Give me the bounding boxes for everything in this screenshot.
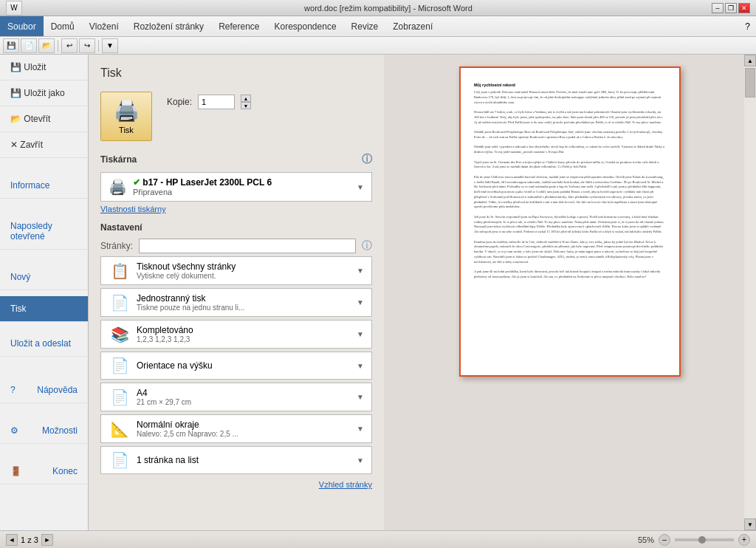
- preview-doc-title: Můj rychlostní rekord: [474, 83, 666, 87]
- help-icon[interactable]: ?: [739, 21, 756, 32]
- sidebar-item-info[interactable]: Informace: [0, 173, 88, 199]
- next-page-button[interactable]: ►: [41, 534, 53, 546]
- sidebar-item-help[interactable]: ? Nápověda: [0, 377, 88, 403]
- menu-vlozeni[interactable]: Vložení: [82, 16, 126, 36]
- preview-text-content: Celý jsem v pohodě. Dckonec mně našel Ho…: [474, 90, 666, 280]
- sidebar-item-save-as[interactable]: 💾 Uložit jako: [0, 81, 88, 106]
- sidebar-item-close[interactable]: ✕ Zavřít: [0, 132, 88, 158]
- toolbar-redo[interactable]: ↪: [79, 38, 95, 53]
- scroll-thumb[interactable]: [745, 68, 755, 97]
- setting-paper-size-name: A4: [137, 388, 351, 398]
- printer-icon: 🖨️: [114, 98, 140, 123]
- printer-dropdown-arrow[interactable]: ▼: [357, 183, 364, 191]
- setting-pages-per-sheet[interactable]: 📄 1 stránka na list ▼: [100, 446, 372, 474]
- window-controls[interactable]: – ❒ ✕: [712, 3, 750, 13]
- copies-input[interactable]: [198, 95, 235, 109]
- prev-page-button[interactable]: ◄: [6, 534, 18, 546]
- setting-margins-desc: Nalevo: 2,5 cm Napravo: 2,5 ...: [137, 430, 351, 438]
- setting-paper-size[interactable]: 📄 A4 21 cm × 29,7 cm ▼: [100, 383, 372, 411]
- menu-reference[interactable]: Reference: [211, 16, 267, 36]
- printer-status: Připravena: [133, 188, 351, 196]
- menu-korespondence[interactable]: Korespondence: [267, 16, 344, 36]
- toolbar-new[interactable]: 📄: [21, 38, 37, 53]
- zoom-slider-thumb[interactable]: [698, 536, 706, 544]
- setting-collated-name: Kompletováno: [137, 325, 351, 335]
- page-indicator: 1 z 3: [21, 535, 38, 544]
- pages-info-icon[interactable]: ⓘ: [362, 239, 372, 253]
- setting-collated-arrow[interactable]: ▼: [357, 330, 364, 338]
- menu-rozlozeni[interactable]: Rozložení stránky: [126, 16, 211, 36]
- copies-area: Kopie: ▲ ▼: [167, 92, 251, 109]
- print-button-label: Tisk: [119, 126, 134, 134]
- zoom-slider-track[interactable]: [675, 538, 734, 541]
- zoom-out-button[interactable]: –: [659, 534, 670, 546]
- toolbar-save[interactable]: 💾: [3, 38, 19, 53]
- printer-props-link[interactable]: Vlastnosti tiskárny: [100, 205, 372, 213]
- window-icon: W: [6, 1, 22, 16]
- setting-one-sided[interactable]: 📄 Jednostranný tisk Tiskne pouze na jedn…: [100, 288, 372, 317]
- setting-orientation-name: Orientace na výšku: [137, 360, 351, 371]
- printer-row[interactable]: 🖨️ ✔ b17 - HP LaserJet 2300L PCL 6 Připr…: [100, 172, 372, 202]
- scroll-down-button[interactable]: ▼: [744, 518, 756, 530]
- toolbar-open[interactable]: 📂: [38, 38, 55, 53]
- sidebar-item-exit[interactable]: 🚪 Konec: [0, 459, 88, 484]
- open-icon: 📂: [10, 114, 24, 124]
- toolbar-customize[interactable]: ▼: [102, 38, 118, 53]
- sidebar-item-save[interactable]: 💾 Uložit: [0, 55, 88, 81]
- setting-margins-arrow[interactable]: ▼: [357, 425, 364, 433]
- setting-all-pages[interactable]: 📋 Tisknout všechny stránky Vytiskne celý…: [100, 256, 372, 285]
- setting-collated[interactable]: 📚 Kompletováno 1,2,3 1,2,3 1,2,3 ▼: [100, 320, 372, 349]
- copies-increment[interactable]: ▲: [241, 95, 251, 102]
- setting-margins-name: Normální okraje: [137, 419, 351, 430]
- sidebar-item-new[interactable]: Nový: [0, 264, 88, 290]
- one-sided-icon: 📄: [109, 294, 131, 312]
- preview-scrollbar: ▲ ▼: [744, 55, 756, 530]
- sidebar-item-print[interactable]: Tisk: [0, 296, 88, 322]
- copies-row: Kopie: ▲ ▼: [167, 95, 251, 109]
- pages-label: Stránky:: [100, 241, 133, 251]
- pages-input[interactable]: [139, 239, 356, 253]
- title-text: word.doc [režim kompatibility] - Microso…: [65, 4, 712, 13]
- pages-input-row: Stránky: ⓘ: [100, 239, 372, 253]
- restore-button[interactable]: ❒: [725, 3, 737, 13]
- setting-one-sided-name: Jednostranný tisk: [137, 293, 351, 304]
- menu-revize[interactable]: Revize: [344, 16, 386, 36]
- menu-zobrazeni[interactable]: Zobrazení: [385, 16, 440, 36]
- sidebar-item-recent[interactable]: Naposledy otevřené: [0, 213, 88, 250]
- minimize-button[interactable]: –: [712, 3, 724, 13]
- settings-section-header: Nastavení: [100, 222, 372, 233]
- setting-all-pages-arrow[interactable]: ▼: [357, 267, 364, 275]
- printer-info-icon[interactable]: ⓘ: [362, 153, 372, 166]
- title-bar: W word.doc [režim kompatibility] - Micro…: [0, 0, 756, 16]
- preview-page: Můj rychlostní rekord Celý jsem v pohodě…: [459, 66, 681, 377]
- setting-orientation[interactable]: 📄 Orientace na výšku ▼: [100, 352, 372, 380]
- scroll-up-button[interactable]: ▲: [744, 55, 756, 66]
- setting-margins[interactable]: 📐 Normální okraje Nalevo: 2,5 cm Napravo…: [100, 414, 372, 443]
- setting-pages-per-sheet-name: 1 stránka na list: [137, 455, 351, 465]
- setting-collated-desc: 1,2,3 1,2,3 1,2,3: [137, 335, 351, 343]
- setting-paper-size-arrow[interactable]: ▼: [357, 393, 364, 401]
- content-area: Tisk 🖨️ Tisk Kopie: ▲ ▼: [89, 55, 756, 530]
- copies-label: Kopie:: [167, 97, 192, 107]
- copies-spinner: ▲ ▼: [241, 95, 251, 109]
- toolbar-undo[interactable]: ↩: [61, 38, 78, 53]
- zoom-in-button[interactable]: +: [738, 534, 750, 546]
- margins-icon: 📐: [109, 420, 131, 438]
- menu-bar: Soubor Domů Vložení Rozložení stránky Re…: [0, 16, 756, 37]
- copies-decrement[interactable]: ▼: [241, 102, 251, 109]
- sidebar-item-save-send[interactable]: Uložit a odeslat: [0, 331, 88, 357]
- setting-one-sided-arrow[interactable]: ▼: [357, 298, 364, 306]
- setting-pages-per-sheet-arrow[interactable]: ▼: [357, 456, 364, 465]
- setting-orientation-arrow[interactable]: ▼: [357, 362, 364, 370]
- menu-domu[interactable]: Domů: [44, 16, 82, 36]
- page-setup-link[interactable]: Vzhled stránky: [100, 480, 372, 489]
- printer-name: ✔ b17 - HP LaserJet 2300L PCL 6: [133, 177, 351, 188]
- pages-per-sheet-icon: 📄: [109, 451, 131, 469]
- print-button[interactable]: 🖨️ Tisk: [100, 92, 152, 141]
- sidebar-item-open[interactable]: 📂 Otevřít: [0, 106, 88, 132]
- sidebar-item-options[interactable]: ⚙ Možnosti: [0, 418, 88, 444]
- close-doc-icon: ✕: [10, 140, 20, 150]
- toolbar-sep2: [98, 40, 99, 52]
- close-button[interactable]: ✕: [738, 3, 750, 13]
- menu-soubor[interactable]: Soubor: [0, 16, 44, 36]
